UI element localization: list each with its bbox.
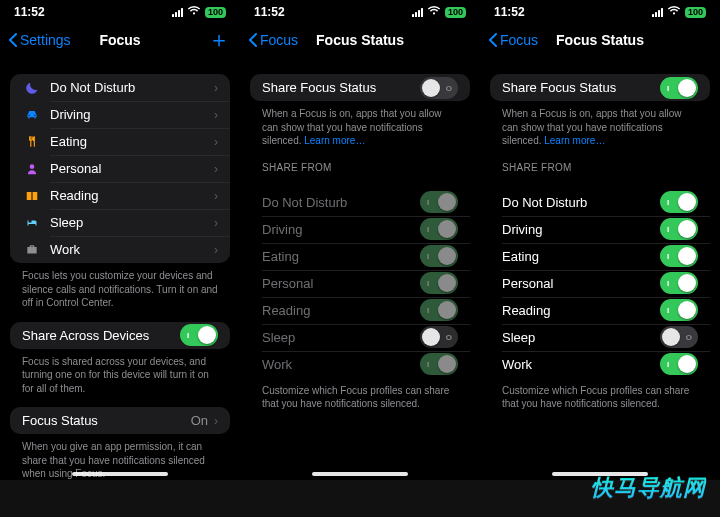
share-from-footer: Customize which Focus profiles can share…: [490, 378, 710, 411]
screenshot-focus-list: 11:52 100 Settings Focus ＋ Do Not Distur…: [0, 0, 240, 480]
share-from-list-disabled: Do Not DisturbIDrivingIEatingIPersonalIR…: [250, 189, 470, 378]
nav-bar: Focus Focus Status: [240, 24, 480, 56]
focus-mode-row[interactable]: Reading›: [10, 182, 230, 209]
person-icon: [22, 159, 42, 179]
focus-status-row[interactable]: Focus Status On ›: [10, 407, 230, 434]
share-from-row[interactable]: PersonalI: [490, 270, 710, 297]
status-bar: 11:52 100: [480, 0, 720, 24]
share-devices-group: Share Across Devices I: [10, 322, 230, 349]
share-from-toggle: I: [420, 272, 458, 294]
learn-more-link[interactable]: Learn more…: [544, 135, 605, 146]
share-from-label: Driving: [262, 222, 420, 237]
share-from-label: Sleep: [262, 330, 420, 345]
focus-mode-label: Work: [50, 242, 214, 257]
share-from-label: Reading: [502, 303, 660, 318]
share-from-toggle[interactable]: I: [660, 353, 698, 375]
clock: 11:52: [14, 5, 45, 19]
share-from-toggle: O: [420, 326, 458, 348]
cellular-icon: [172, 8, 183, 17]
share-focus-status-toggle[interactable]: I: [660, 77, 698, 99]
page-title: Focus: [99, 32, 140, 48]
share-from-list: Do Not DisturbIDrivingIEatingIPersonalIR…: [490, 189, 710, 378]
share-from-label: Eating: [262, 249, 420, 264]
share-from-row: Do Not DisturbI: [250, 189, 470, 216]
focus-mode-row[interactable]: Work›: [10, 236, 230, 263]
share-from-row[interactable]: ReadingI: [490, 297, 710, 324]
nav-bar: Focus Focus Status: [480, 24, 720, 56]
focus-mode-row[interactable]: Sleep›: [10, 209, 230, 236]
chevron-right-icon: ›: [214, 162, 218, 176]
back-button[interactable]: Focus: [248, 24, 298, 56]
focus-modes-footer: Focus lets you customize your devices an…: [10, 263, 230, 310]
battery-icon: 100: [685, 7, 706, 18]
share-from-row[interactable]: SleepO: [490, 324, 710, 351]
share-from-label: Reading: [262, 303, 420, 318]
focus-status-label: Focus Status: [22, 413, 191, 428]
status-bar: 11:52 100: [0, 0, 240, 24]
focus-mode-row[interactable]: Driving›: [10, 101, 230, 128]
learn-more-link[interactable]: Learn more…: [304, 135, 365, 146]
share-from-toggle[interactable]: I: [660, 272, 698, 294]
back-label: Focus: [260, 32, 298, 48]
share-status-group: Share Focus Status I: [490, 74, 710, 101]
share-from-header: SHARE FROM: [250, 148, 470, 177]
watermark-text: 快马导航网: [591, 473, 706, 503]
share-from-toggle: I: [420, 218, 458, 240]
add-button[interactable]: ＋: [208, 24, 230, 56]
share-focus-status-toggle[interactable]: O: [420, 77, 458, 99]
chevron-right-icon: ›: [214, 243, 218, 257]
share-from-header: SHARE FROM: [490, 148, 710, 177]
focus-status-group: Focus Status On ›: [10, 407, 230, 434]
share-from-row: WorkI: [250, 351, 470, 378]
cellular-icon: [652, 8, 663, 17]
home-indicator[interactable]: [312, 472, 408, 476]
focus-mode-row[interactable]: Do Not Disturb›: [10, 74, 230, 101]
share-across-devices-label: Share Across Devices: [22, 328, 180, 343]
share-from-row[interactable]: EatingI: [490, 243, 710, 270]
screenshot-focus-status-on: 11:52 100 Focus Focus Status Share Focus…: [480, 0, 720, 480]
share-from-toggle[interactable]: I: [660, 299, 698, 321]
share-focus-status-row[interactable]: Share Focus Status O: [250, 74, 470, 101]
focus-mode-label: Driving: [50, 107, 214, 122]
share-from-label: Work: [502, 357, 660, 372]
watermark: 快马导航网: [591, 473, 712, 503]
share-across-devices-toggle[interactable]: I: [180, 324, 218, 346]
focus-mode-row[interactable]: Personal›: [10, 155, 230, 182]
chevron-right-icon: ›: [214, 81, 218, 95]
share-from-toggle[interactable]: I: [660, 218, 698, 240]
focus-mode-label: Do Not Disturb: [50, 80, 214, 95]
back-label: Focus: [500, 32, 538, 48]
share-from-label: Sleep: [502, 330, 660, 345]
back-button[interactable]: Focus: [488, 24, 538, 56]
share-from-toggle[interactable]: I: [660, 245, 698, 267]
share-from-label: Personal: [262, 276, 420, 291]
nav-bar: Settings Focus ＋: [0, 24, 240, 56]
share-from-row[interactable]: Do Not DisturbI: [490, 189, 710, 216]
share-status-footer: When a Focus is on, apps that you allow …: [490, 101, 710, 148]
share-from-label: Driving: [502, 222, 660, 237]
share-across-devices-row[interactable]: Share Across Devices I: [10, 322, 230, 349]
share-focus-status-row[interactable]: Share Focus Status I: [490, 74, 710, 101]
focus-mode-label: Personal: [50, 161, 214, 176]
share-devices-footer: Focus is shared across your devices, and…: [10, 349, 230, 396]
share-from-toggle[interactable]: O: [660, 326, 698, 348]
home-indicator[interactable]: [72, 472, 168, 476]
back-button[interactable]: Settings: [8, 24, 71, 56]
share-from-toggle: I: [420, 353, 458, 375]
share-from-row[interactable]: WorkI: [490, 351, 710, 378]
share-from-row: ReadingI: [250, 297, 470, 324]
book-icon: [22, 186, 42, 206]
status-bar: 11:52 100: [240, 0, 480, 24]
share-from-toggle: I: [420, 245, 458, 267]
share-from-toggle: I: [420, 191, 458, 213]
focus-mode-row[interactable]: Eating›: [10, 128, 230, 155]
chevron-right-icon: ›: [214, 189, 218, 203]
share-from-label: Eating: [502, 249, 660, 264]
share-from-row[interactable]: DrivingI: [490, 216, 710, 243]
share-from-toggle[interactable]: I: [660, 191, 698, 213]
share-focus-status-label: Share Focus Status: [502, 80, 660, 95]
share-from-label: Do Not Disturb: [502, 195, 660, 210]
chevron-right-icon: ›: [214, 414, 218, 428]
moon-icon: [22, 78, 42, 98]
car-icon: [22, 105, 42, 125]
